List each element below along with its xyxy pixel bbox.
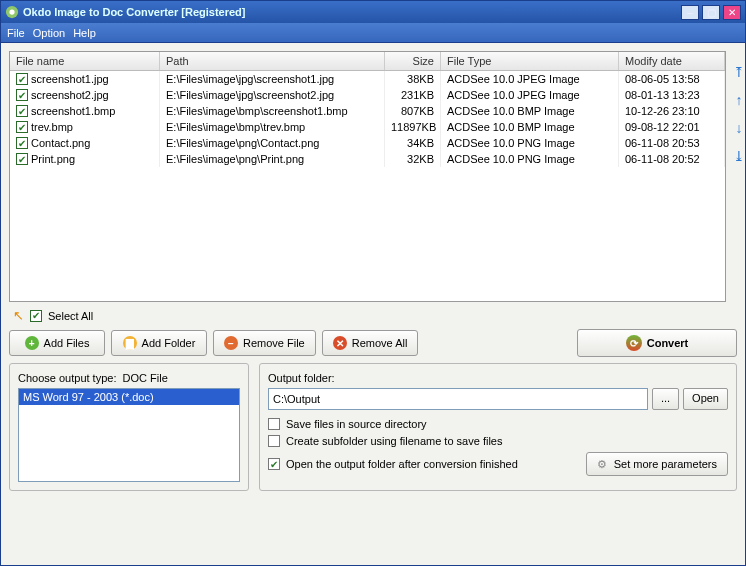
row-checkbox[interactable]: ✔ xyxy=(16,73,28,85)
table-row[interactable]: ✔screenshot1.bmpE:\Files\image\bmp\scree… xyxy=(10,103,725,119)
move-bottom-button[interactable]: ⤓ xyxy=(730,147,746,165)
file-date: 06-11-08 20:53 xyxy=(619,135,725,151)
grid-header: File name Path Size File Type Modify dat… xyxy=(10,52,725,71)
reorder-buttons: ⤒ ↑ ↓ ⤓ xyxy=(730,51,746,302)
subfolder-checkbox[interactable] xyxy=(268,435,280,447)
select-all-label: Select All xyxy=(48,310,93,322)
plus-icon: + xyxy=(25,336,39,350)
menu-help[interactable]: Help xyxy=(73,27,96,39)
file-name: screenshot2.jpg xyxy=(31,89,109,101)
select-all-row: ↖ ✔ Select All xyxy=(9,308,737,323)
menu-file[interactable]: File xyxy=(7,27,25,39)
file-date: 08-06-05 13:58 xyxy=(619,71,725,87)
file-size: 32KB xyxy=(385,151,441,167)
gear-icon: ⚙ xyxy=(597,458,609,470)
action-button-row: +Add Files ▇Add Folder −Remove File ✕Rem… xyxy=(9,329,737,357)
open-after-checkbox[interactable]: ✔ xyxy=(268,458,280,470)
open-after-label: Open the output folder after conversion … xyxy=(286,458,518,470)
move-up-button[interactable]: ↑ xyxy=(730,91,746,109)
table-row[interactable]: ✔Print.pngE:\Files\image\png\Print.png32… xyxy=(10,151,725,167)
minimize-button[interactable]: – xyxy=(681,5,699,20)
x-icon: ✕ xyxy=(333,336,347,350)
file-name: Contact.png xyxy=(31,137,90,149)
convert-button[interactable]: ⟳Convert xyxy=(577,329,737,357)
file-path: E:\Files\image\bmp\trev.bmp xyxy=(160,119,385,135)
file-date: 06-11-08 20:52 xyxy=(619,151,725,167)
svg-point-1 xyxy=(9,9,14,14)
table-row[interactable]: ✔Contact.pngE:\Files\image\png\Contact.p… xyxy=(10,135,725,151)
folder-icon: ▇ xyxy=(123,336,137,350)
file-path: E:\Files\image\jpg\screenshot2.jpg xyxy=(160,87,385,103)
move-top-button[interactable]: ⤒ xyxy=(730,63,746,81)
file-date: 10-12-26 23:10 xyxy=(619,103,725,119)
file-size: 231KB xyxy=(385,87,441,103)
file-type: ACDSee 10.0 PNG Image xyxy=(441,151,619,167)
row-checkbox[interactable]: ✔ xyxy=(16,105,28,117)
output-folder-panel: Output folder: ... Open Save files in so… xyxy=(259,363,737,491)
close-button[interactable]: ✕ xyxy=(723,5,741,20)
file-size: 38KB xyxy=(385,71,441,87)
open-folder-button[interactable]: Open xyxy=(683,388,728,410)
convert-icon: ⟳ xyxy=(626,335,642,351)
col-date[interactable]: Modify date xyxy=(619,52,725,70)
output-type-list[interactable]: MS Word 97 - 2003 (*.doc) xyxy=(18,388,240,482)
col-size[interactable]: Size xyxy=(385,52,441,70)
file-type: ACDSee 10.0 BMP Image xyxy=(441,119,619,135)
minus-icon: − xyxy=(224,336,238,350)
output-type-option[interactable]: MS Word 97 - 2003 (*.doc) xyxy=(19,389,239,405)
remove-all-button[interactable]: ✕Remove All xyxy=(322,330,419,356)
arrow-up-icon: ↖ xyxy=(13,308,24,323)
file-type: ACDSee 10.0 PNG Image xyxy=(441,135,619,151)
file-size: 34KB xyxy=(385,135,441,151)
move-down-button[interactable]: ↓ xyxy=(730,119,746,137)
file-size: 11897KB xyxy=(385,119,441,135)
row-checkbox[interactable]: ✔ xyxy=(16,153,28,165)
file-name: screenshot1.bmp xyxy=(31,105,115,117)
file-date: 08-01-13 13:23 xyxy=(619,87,725,103)
output-type-label: Choose output type: DOC File xyxy=(18,372,240,384)
subfolder-label: Create subfolder using filename to save … xyxy=(286,435,502,447)
content-area: File name Path Size File Type Modify dat… xyxy=(1,43,745,565)
row-checkbox[interactable]: ✔ xyxy=(16,121,28,133)
titlebar: Okdo Image to Doc Converter [Registered]… xyxy=(1,1,745,23)
file-type: ACDSee 10.0 BMP Image xyxy=(441,103,619,119)
file-type: ACDSee 10.0 JPEG Image xyxy=(441,87,619,103)
file-name: trev.bmp xyxy=(31,121,73,133)
app-icon xyxy=(5,5,19,19)
add-folder-button[interactable]: ▇Add Folder xyxy=(111,330,207,356)
file-type: ACDSee 10.0 JPEG Image xyxy=(441,71,619,87)
file-name: screenshot1.jpg xyxy=(31,73,109,85)
output-folder-input[interactable] xyxy=(268,388,648,410)
file-path: E:\Files\image\png\Contact.png xyxy=(160,135,385,151)
select-all-checkbox[interactable]: ✔ xyxy=(30,310,42,322)
file-grid: File name Path Size File Type Modify dat… xyxy=(9,51,726,302)
row-checkbox[interactable]: ✔ xyxy=(16,89,28,101)
col-path[interactable]: Path xyxy=(160,52,385,70)
menu-option[interactable]: Option xyxy=(33,27,65,39)
file-path: E:\Files\image\bmp\screenshot1.bmp xyxy=(160,103,385,119)
table-row[interactable]: ✔screenshot1.jpgE:\Files\image\jpg\scree… xyxy=(10,71,725,87)
menubar: File Option Help xyxy=(1,23,745,43)
row-checkbox[interactable]: ✔ xyxy=(16,137,28,149)
file-size: 807KB xyxy=(385,103,441,119)
output-folder-label: Output folder: xyxy=(268,372,728,384)
maximize-button[interactable]: ▢ xyxy=(702,5,720,20)
set-more-parameters-button[interactable]: ⚙ Set more parameters xyxy=(586,452,728,476)
add-files-button[interactable]: +Add Files xyxy=(9,330,105,356)
file-path: E:\Files\image\jpg\screenshot1.jpg xyxy=(160,71,385,87)
col-filetype[interactable]: File Type xyxy=(441,52,619,70)
window-title: Okdo Image to Doc Converter [Registered] xyxy=(23,6,681,18)
file-date: 09-08-12 22:01 xyxy=(619,119,725,135)
table-row[interactable]: ✔trev.bmpE:\Files\image\bmp\trev.bmp1189… xyxy=(10,119,725,135)
output-type-panel: Choose output type: DOC File MS Word 97 … xyxy=(9,363,249,491)
app-window: Okdo Image to Doc Converter [Registered]… xyxy=(0,0,746,566)
file-name: Print.png xyxy=(31,153,75,165)
remove-file-button[interactable]: −Remove File xyxy=(213,330,316,356)
save-source-checkbox[interactable] xyxy=(268,418,280,430)
save-source-label: Save files in source directory xyxy=(286,418,427,430)
col-filename[interactable]: File name xyxy=(10,52,160,70)
browse-button[interactable]: ... xyxy=(652,388,679,410)
file-path: E:\Files\image\png\Print.png xyxy=(160,151,385,167)
grid-body: ✔screenshot1.jpgE:\Files\image\jpg\scree… xyxy=(10,71,725,301)
table-row[interactable]: ✔screenshot2.jpgE:\Files\image\jpg\scree… xyxy=(10,87,725,103)
